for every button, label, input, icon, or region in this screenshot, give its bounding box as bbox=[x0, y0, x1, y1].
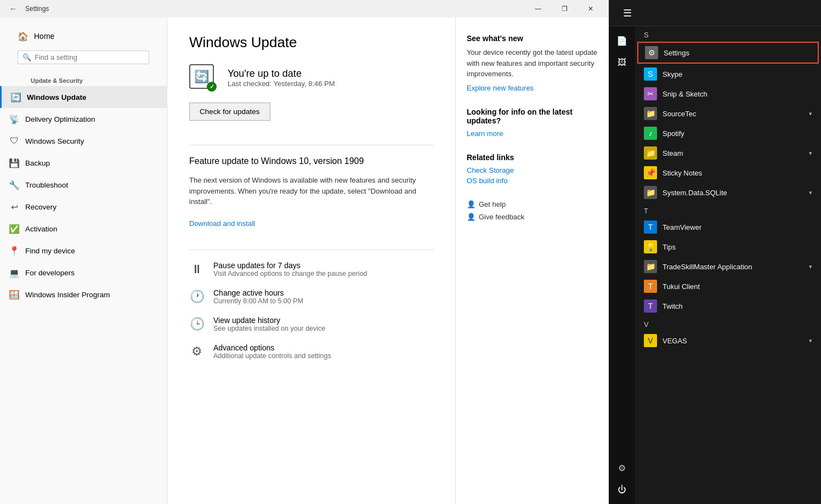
settings-app-name: Settings bbox=[664, 49, 811, 57]
whats-new-section: See what's new Your device recently got … bbox=[467, 34, 598, 92]
give-feedback-link[interactable]: 👤 Give feedback bbox=[467, 213, 598, 221]
view-history-subtitle: See updates installed on your device bbox=[213, 325, 325, 332]
sidebar-home-item[interactable]: 🏠 Home bbox=[9, 26, 158, 46]
start-app-steam[interactable]: 📁 Steam ▾ bbox=[637, 143, 819, 163]
start-gear-icon[interactable]: ⚙ bbox=[612, 458, 632, 478]
sidebar-label-windows-security: Windows Security bbox=[25, 137, 84, 145]
sidebar-header: 🏠 Home 🔍 bbox=[0, 18, 167, 73]
start-app-vegas[interactable]: V VEGAS ▾ bbox=[637, 331, 819, 350]
sticky-app-icon: 📌 bbox=[644, 166, 657, 179]
sqlite-app-name: System.Data.SQLite bbox=[663, 189, 803, 197]
start-app-skype[interactable]: S Skype bbox=[637, 64, 819, 84]
give-feedback-icon: 👤 bbox=[467, 213, 475, 221]
sidebar-item-windows-security[interactable]: 🛡 Windows Security bbox=[0, 130, 167, 152]
explore-features-link[interactable]: Explore new features bbox=[467, 84, 598, 92]
sourcetec-app-icon: 📁 bbox=[644, 107, 657, 120]
window-title: Settings bbox=[25, 5, 521, 13]
start-app-spotify[interactable]: ♪ Spotify bbox=[637, 123, 819, 143]
view-history-text: View update history See updates installe… bbox=[213, 316, 325, 332]
action-view-history: 🕒 View update history See updates instal… bbox=[189, 316, 433, 332]
search-input[interactable] bbox=[35, 53, 144, 61]
restore-button[interactable]: ❐ bbox=[552, 0, 577, 18]
start-app-snip[interactable]: ✂ Snip & Sketch bbox=[637, 84, 819, 104]
start-doc-icon[interactable]: 📄 bbox=[612, 31, 632, 50]
skype-app-icon: S bbox=[644, 67, 657, 81]
os-build-link[interactable]: OS build info bbox=[467, 177, 598, 185]
sidebar-label-backup: Backup bbox=[25, 159, 50, 167]
action-pause-updates: ⏸ Pause updates for 7 days Visit Advance… bbox=[189, 261, 433, 278]
update-icon-area: 🔄 ✓ bbox=[189, 64, 217, 92]
sidebar-item-activation[interactable]: ✅ Activation bbox=[0, 218, 167, 240]
start-power-icon[interactable]: ⏻ bbox=[612, 480, 632, 500]
start-app-sqlite[interactable]: 📁 System.Data.SQLite ▾ bbox=[637, 183, 819, 202]
sidebar-item-windows-insider[interactable]: 🪟 Windows Insider Program bbox=[0, 284, 167, 305]
twitch-app-name: Twitch bbox=[663, 302, 812, 310]
sidebar-item-recovery[interactable]: ↩ Recovery bbox=[0, 196, 167, 218]
snip-app-name: Snip & Sketch bbox=[663, 90, 812, 98]
windows-security-icon: 🛡 bbox=[9, 135, 20, 146]
hamburger-button[interactable]: ☰ bbox=[618, 3, 637, 23]
sidebar-label-windows-update: Windows Update bbox=[27, 93, 87, 101]
close-button[interactable]: ✕ bbox=[578, 0, 603, 18]
sourcetec-arrow: ▾ bbox=[809, 110, 812, 117]
divider-1 bbox=[189, 145, 433, 145]
feature-update-body: The next version of Windows is available… bbox=[189, 175, 433, 207]
tips-app-name: Tips bbox=[663, 243, 812, 251]
whats-new-body: Your device recently got the latest upda… bbox=[467, 47, 598, 80]
pause-updates-title[interactable]: Pause updates for 7 days bbox=[213, 261, 367, 270]
whats-new-title: See what's new bbox=[467, 34, 598, 43]
window-controls: — ❐ ✕ bbox=[525, 0, 603, 18]
start-app-twitch[interactable]: T Twitch bbox=[637, 296, 819, 316]
twitch-app-icon: T bbox=[644, 299, 657, 313]
sidebar-label-troubleshoot: Troubleshoot bbox=[25, 181, 68, 189]
settings-window: ← Settings — ❐ ✕ 🏠 Home 🔍 Update & Secur… bbox=[0, 0, 609, 504]
back-button[interactable]: ← bbox=[5, 1, 21, 16]
sidebar-item-for-developers[interactable]: 💻 For developers bbox=[0, 262, 167, 284]
update-status-text: You're up to date Last checked: Yesterda… bbox=[228, 68, 335, 88]
teamviewer-app-icon: T bbox=[644, 220, 657, 234]
steam-app-icon: 📁 bbox=[644, 146, 657, 160]
sidebar-search-box[interactable]: 🔍 bbox=[18, 50, 149, 64]
sidebar-item-windows-update[interactable]: 🔄 Windows Update bbox=[0, 86, 167, 108]
start-app-settings[interactable]: ⚙ Settings bbox=[637, 42, 819, 64]
start-menu: ☰ 📄 🖼 ⚙ ⏻ S ⚙ Settings S Skype ✂ S bbox=[609, 0, 821, 504]
active-hours-subtitle: Currently 8:00 AM to 5:00 PM bbox=[213, 297, 303, 305]
start-app-tips[interactable]: 💡 Tips bbox=[637, 237, 819, 257]
start-app-sticky-notes[interactable]: 📌 Sticky Notes bbox=[637, 163, 819, 183]
latest-updates-section: Looking for info on the latest updates? … bbox=[467, 107, 598, 138]
update-check-badge: ✓ bbox=[207, 82, 217, 92]
download-install-link[interactable]: Download and install bbox=[189, 219, 255, 228]
sidebar-item-backup[interactable]: 💾 Backup bbox=[0, 152, 167, 174]
recovery-icon: ↩ bbox=[9, 201, 20, 212]
start-app-tukui[interactable]: T Tukui Client bbox=[637, 276, 819, 296]
check-for-updates-button[interactable]: Check for updates bbox=[189, 103, 270, 121]
windows-update-icon: 🔄 bbox=[10, 92, 21, 103]
section-letter-s: S bbox=[637, 26, 819, 41]
sidebar: 🏠 Home 🔍 Update & Security 🔄 Windows Upd… bbox=[0, 18, 167, 504]
check-storage-link[interactable]: Check Storage bbox=[467, 166, 598, 174]
tradeskill-arrow: ▾ bbox=[809, 263, 812, 270]
start-app-teamviewer[interactable]: T TeamViewer bbox=[637, 217, 819, 237]
sidebar-label-find-my-device: Find my device bbox=[25, 247, 75, 255]
tradeskill-app-name: TradeSkillMaster Application bbox=[663, 263, 803, 271]
advanced-options-subtitle: Additional update controls and settings bbox=[213, 352, 331, 360]
advanced-options-title[interactable]: Advanced options bbox=[213, 343, 331, 352]
sidebar-item-find-my-device[interactable]: 📍 Find my device bbox=[0, 240, 167, 262]
learn-more-link[interactable]: Learn more bbox=[467, 129, 598, 138]
spotify-app-icon: ♪ bbox=[644, 127, 657, 140]
sidebar-item-delivery-optimization[interactable]: 📡 Delivery Optimization bbox=[0, 108, 167, 130]
start-image-icon[interactable]: 🖼 bbox=[612, 53, 632, 72]
pause-updates-subtitle: Visit Advanced options to change the pau… bbox=[213, 270, 367, 278]
update-status-subtitle: Last checked: Yesterday, 8:46 PM bbox=[228, 80, 335, 88]
sidebar-item-troubleshoot[interactable]: 🔧 Troubleshoot bbox=[0, 174, 167, 196]
start-app-tradeskillmaster[interactable]: 📁 TradeSkillMaster Application ▾ bbox=[637, 257, 819, 276]
settings-app-icon: ⚙ bbox=[645, 46, 658, 59]
view-history-title[interactable]: View update history bbox=[213, 316, 325, 325]
troubleshoot-icon: 🔧 bbox=[9, 179, 20, 190]
start-app-sourcetec[interactable]: 📁 SourceTec ▾ bbox=[637, 104, 819, 123]
sqlite-app-icon: 📁 bbox=[644, 186, 657, 199]
minimize-button[interactable]: — bbox=[525, 0, 551, 18]
give-feedback-label: Give feedback bbox=[479, 213, 524, 221]
active-hours-title[interactable]: Change active hours bbox=[213, 288, 303, 297]
get-help-link[interactable]: 👤 Get help bbox=[467, 200, 598, 208]
